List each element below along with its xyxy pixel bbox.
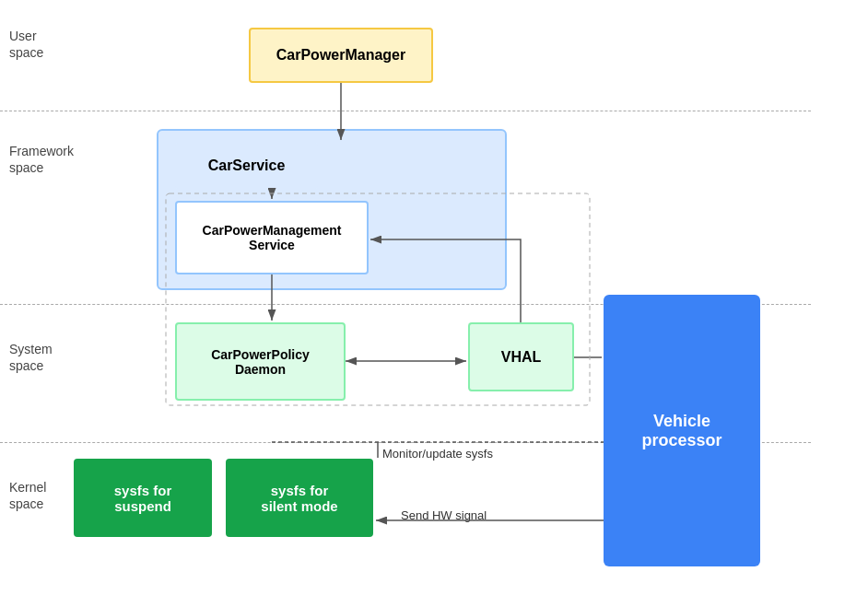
car-power-manager-label: CarPowerManager bbox=[276, 47, 406, 64]
zone-framework-space: Frameworkspace bbox=[9, 143, 74, 176]
diagram-container: Userspace Frameworkspace Systemspace Ker… bbox=[0, 0, 868, 595]
divider-user-framework bbox=[0, 111, 811, 111]
vhal-box: VHAL bbox=[468, 322, 574, 391]
car-service-label: CarService bbox=[208, 158, 286, 174]
car-power-management-service-box: CarPowerManagementService bbox=[175, 201, 369, 274]
zone-kernel-space: Kernelspace bbox=[9, 479, 46, 512]
monitor-update-sysfs-label: Monitor/update sysfs bbox=[382, 447, 493, 461]
zone-user-space: Userspace bbox=[9, 28, 43, 61]
car-service-box: CarService bbox=[175, 143, 318, 189]
send-hw-signal-label: Send HW signal bbox=[401, 508, 487, 522]
vehicle-processor-label: Vehicleprocessor bbox=[641, 412, 721, 450]
car-power-policy-daemon-box: CarPowerPolicyDaemon bbox=[175, 322, 346, 401]
vehicle-processor-box: Vehicleprocessor bbox=[604, 295, 760, 566]
car-power-manager-box: CarPowerManager bbox=[249, 28, 433, 83]
sysfs-silent-mode-label: sysfs forsilent mode bbox=[261, 483, 337, 514]
sysfs-suspend-box: sysfs forsuspend bbox=[74, 459, 212, 537]
car-power-management-service-label: CarPowerManagementService bbox=[203, 223, 342, 252]
zone-system-space: Systemspace bbox=[9, 341, 53, 374]
sysfs-silent-mode-box: sysfs forsilent mode bbox=[226, 459, 373, 537]
car-power-policy-daemon-label: CarPowerPolicyDaemon bbox=[211, 347, 310, 377]
sysfs-suspend-label: sysfs forsuspend bbox=[114, 483, 172, 514]
vhal-label: VHAL bbox=[501, 349, 542, 366]
